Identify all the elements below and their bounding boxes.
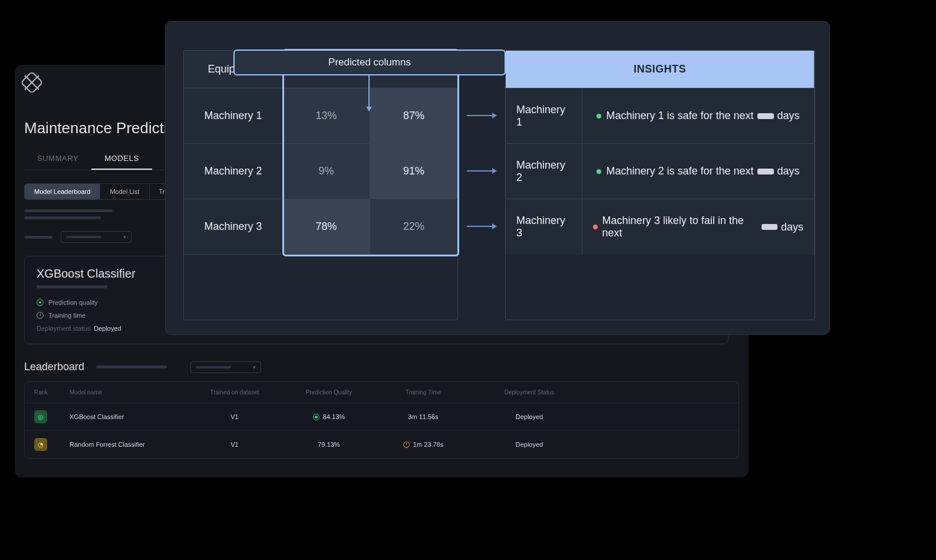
leaderboard-subtitle-placeholder <box>96 365 167 368</box>
table-row[interactable]: ◔ Random Forrest Classifier V1 79.13% 1m… <box>25 431 739 458</box>
subtab-leaderboard[interactable]: Model Leaderboard <box>25 184 100 199</box>
target-icon <box>313 414 319 420</box>
deployment-label: Deployment status: <box>37 325 92 332</box>
col-tt: Training Time <box>376 389 470 396</box>
table-header-row: Rank Model name Trained on dataset Predi… <box>25 382 739 403</box>
page-title: Maintenance Prediction <box>24 119 184 137</box>
blank-placeholder <box>762 224 777 230</box>
arrow-down-icon <box>368 75 370 111</box>
clock-icon <box>403 442 410 448</box>
dot-green-icon <box>596 114 601 118</box>
insight-text: Machinery 3 likely to fail in the next d… <box>582 199 815 255</box>
cell-pq: 79.13% <box>282 441 376 448</box>
cell-safe: 22% <box>370 199 457 255</box>
cell-model: XGBoost Classifier <box>70 413 187 420</box>
insights-table: INSIGHTS Machinery 1 Machinery 1 is safe… <box>505 50 815 320</box>
rank-badge-icon: ◎ <box>34 410 47 423</box>
primary-tabs: SUMMARY MODELS SETTI <box>24 148 189 170</box>
dot-green-icon <box>596 169 601 174</box>
leaderboard-heading: Leaderboard <box>24 361 84 373</box>
cell-safe: 91% <box>370 144 457 199</box>
tab-summary[interactable]: SUMMARY <box>24 148 91 170</box>
filter-label <box>24 236 52 239</box>
card-subtitle-placeholder <box>37 285 107 288</box>
cell-maintenance: 13% <box>283 88 370 144</box>
arrow-right-icon <box>467 115 496 116</box>
blank-placeholder <box>757 113 774 119</box>
cell-tt: 1m 23.78s <box>413 441 443 448</box>
cell-equipment: Machinery 2 <box>184 144 283 199</box>
col-dataset: Trained on dataset <box>187 389 282 396</box>
cell-status: Deployed <box>470 441 588 448</box>
col-rank: Rank <box>34 389 70 396</box>
blank-placeholder <box>757 169 774 174</box>
cell-dataset: V1 <box>187 441 282 448</box>
prediction-quality-label: Prediction quality <box>48 299 98 306</box>
tab-models[interactable]: MODELS <box>91 148 152 170</box>
cell-maintenance: 78% <box>283 199 370 255</box>
leaderboard-table: Rank Model name Trained on dataset Predi… <box>24 381 739 459</box>
insight-text: Machinery 2 is safe for the next days <box>582 144 815 199</box>
leaderboard-dropdown[interactable] <box>190 361 261 373</box>
cell-tt: 3m 11.56s <box>376 413 470 420</box>
subtab-model-list[interactable]: Model List <box>100 184 149 199</box>
secondary-tabs: Model Leaderboard Model List Tr <box>24 183 175 200</box>
cell-pq: 84.13% <box>323 413 345 420</box>
target-icon <box>37 299 44 306</box>
dot-red-icon <box>593 225 598 229</box>
training-time-label: Training time <box>48 312 85 319</box>
clock-icon <box>37 312 44 319</box>
insights-header: INSIGHTS <box>506 51 815 88</box>
arrow-column <box>458 50 505 320</box>
insight-equipment: Machinery 2 <box>506 144 582 199</box>
rank-badge-icon: ◔ <box>34 438 47 451</box>
arrow-right-icon <box>467 170 496 172</box>
deployment-value: Deployed <box>94 325 121 332</box>
table-row[interactable]: ◎ XGBoost Classifier V1 84.13% 3m 11.56s… <box>25 403 739 431</box>
cell-model: Random Forrest Classifier <box>70 441 187 448</box>
cell-safe: 87% <box>370 88 457 144</box>
cell-status: Deployed <box>470 413 588 420</box>
col-model: Model name <box>70 389 187 396</box>
insight-text: Machinery 1 is safe for the next days <box>582 88 815 144</box>
filter-dropdown[interactable] <box>61 231 131 243</box>
col-status: Deployment Status <box>470 389 588 396</box>
cell-equipment: Machinery 3 <box>184 199 283 255</box>
predicted-columns-label: Predicted columns <box>233 50 506 75</box>
cell-maintenance: 9% <box>283 144 370 199</box>
cell-equipment: Machinery 1 <box>184 88 283 144</box>
arrow-right-icon <box>467 226 496 227</box>
cell-dataset: V1 <box>187 413 282 420</box>
insight-equipment: Machinery 3 <box>506 199 582 255</box>
col-pq: Prediction Quality <box>282 389 376 396</box>
insight-equipment: Machinery 1 <box>506 88 582 144</box>
prediction-table: Equipment Maintenance Safe Machinery 1 1… <box>183 50 458 320</box>
